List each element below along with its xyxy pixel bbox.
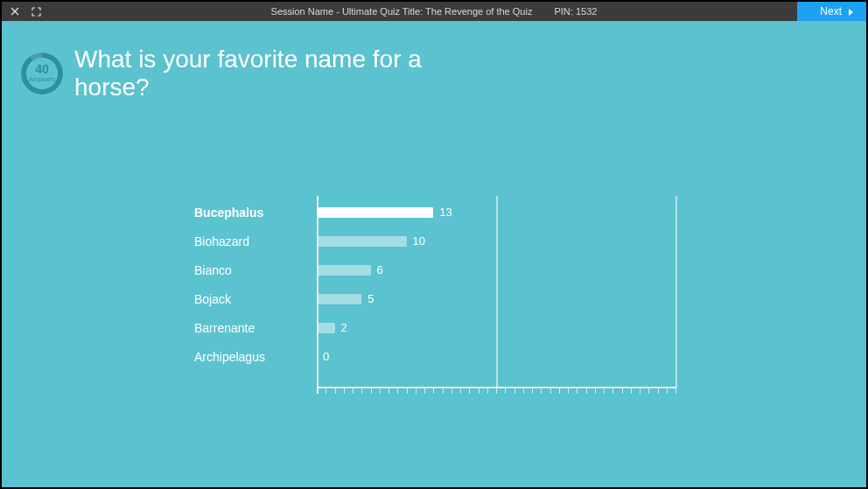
next-button[interactable]: Next: [797, 2, 866, 21]
chart-bar-value: 0: [323, 350, 329, 363]
chart-row-label: Bianco: [194, 263, 317, 277]
app-frame: Session Name - Ultimate Quiz Title: The …: [2, 2, 866, 487]
chart-bar: [317, 323, 335, 333]
chart-row-label: Biohazard: [194, 234, 317, 248]
session-name: Session Name: [271, 6, 334, 17]
stage: 40 Answers What is your favorite name fo…: [2, 21, 866, 487]
top-bar-title: Session Name - Ultimate Quiz Title: The …: [2, 6, 866, 17]
chart-row: Biohazard10: [194, 227, 684, 255]
answers-count: 40: [35, 63, 49, 75]
chart-bar-value: 10: [413, 234, 425, 248]
question-text: What is your favorite name for a horse?: [74, 45, 477, 101]
fullscreen-icon[interactable]: [32, 7, 41, 17]
chart-row: Bianco6: [194, 255, 684, 284]
chart-row: Archipelagus0: [194, 342, 684, 371]
results-chart: Bucephalus13Biohazard10Bianco6Bojack5Bar…: [194, 198, 684, 371]
chart-bar: [317, 265, 371, 276]
quiz-title: Ultimate Quiz Title: The Revenge of the …: [342, 6, 532, 17]
chart-row-label: Archipelagus: [194, 350, 317, 364]
chart-row-label: Bucephalus: [194, 206, 317, 220]
chart-bar-value: 13: [439, 206, 452, 219]
answers-label: Answers: [29, 75, 56, 84]
chart-bar-value: 2: [341, 321, 347, 334]
chart-bar-value: 5: [368, 292, 374, 305]
chart-row: Barrenante2: [194, 313, 684, 342]
chart-bar: [317, 207, 433, 218]
chart-row: Bojack5: [194, 284, 684, 313]
close-icon[interactable]: [10, 7, 19, 16]
chart-row-label: Barrenante: [194, 321, 317, 335]
chart-bar: [317, 236, 407, 247]
pin-display: PIN: 1532: [554, 6, 597, 17]
answers-badge: 40 Answers: [21, 52, 63, 94]
chart-bar-value: 6: [377, 263, 383, 276]
chart-row: Bucephalus13: [194, 198, 684, 227]
top-bar: Session Name - Ultimate Quiz Title: The …: [2, 2, 866, 21]
arrow-right-icon: [848, 8, 854, 16]
next-button-label: Next: [820, 5, 842, 17]
chart-bar: [317, 294, 361, 304]
chart-row-label: Bojack: [194, 292, 317, 306]
